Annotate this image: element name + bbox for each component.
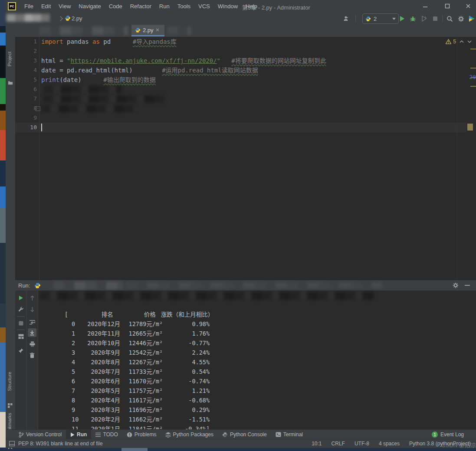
stop-button[interactable] xyxy=(431,14,440,23)
file-encoding[interactable]: UTF-8 xyxy=(355,441,369,447)
soft-wrap-icon[interactable] xyxy=(28,318,36,327)
toolwindow-label: Run xyxy=(77,431,87,438)
run-console[interactable]: [排名价格涨跌（和上月相比） 02020年12月12789元/m²0.98% 1… xyxy=(38,291,476,429)
menu-item[interactable]: Tools xyxy=(174,3,194,10)
fold-marker-icon[interactable]: − xyxy=(36,106,40,111)
minimize-button[interactable] xyxy=(418,0,433,12)
row-index: 10 xyxy=(72,415,83,424)
event-log-area[interactable]: 1 Event Log xyxy=(432,431,464,438)
user-account-icon[interactable] xyxy=(342,14,351,23)
toolbar-separator xyxy=(17,316,25,317)
code-line-3: html = "https://mobile.anjuke.com/xf/fj-… xyxy=(41,56,326,65)
settings-gear-icon[interactable] xyxy=(456,14,465,23)
run-tool-window-header: Run: xyxy=(15,280,476,291)
caret-position[interactable]: 10:1 xyxy=(312,441,322,447)
toolwindow-run[interactable]: Run xyxy=(66,430,91,439)
structure-icon xyxy=(8,403,13,408)
breadcrumb-file[interactable]: 2.py xyxy=(72,15,82,22)
clear-console-trash-icon[interactable] xyxy=(28,351,36,359)
menu-item[interactable]: Refactor xyxy=(126,3,155,10)
sidebar-item-structure[interactable]: Structure xyxy=(7,372,12,391)
run-panel-toolbar xyxy=(15,291,38,429)
toolbar-separator xyxy=(442,15,443,23)
pycharm-logo-icon: PC xyxy=(8,2,16,10)
tab-close-icon[interactable] xyxy=(156,28,159,32)
menu-item[interactable]: Code xyxy=(105,3,126,10)
whats-new-triangle-icon[interactable] xyxy=(467,14,476,23)
next-occurrence-icon[interactable] xyxy=(28,305,36,314)
left-tool-stripe: Project Structure Bookmarks xyxy=(6,25,16,429)
packages-layers-icon xyxy=(165,432,171,438)
sidebar-item-project[interactable]: Project xyxy=(7,52,12,66)
debug-button[interactable] xyxy=(408,14,417,23)
run-icon xyxy=(70,432,75,437)
toolbar-divider xyxy=(26,291,27,429)
code-line-5: print(date) #输出爬取到的数据 xyxy=(41,75,156,85)
menu-item[interactable]: Edit xyxy=(37,3,55,10)
print-icon[interactable] xyxy=(28,340,36,348)
run-panel-settings-icon[interactable] xyxy=(453,282,459,288)
status-message[interactable]: PEP 8: W391 blank line at end of file xyxy=(18,441,103,447)
git-branch-icon xyxy=(19,432,24,438)
current-line-highlight xyxy=(15,123,466,132)
row-month: 2020年4月 xyxy=(83,395,120,405)
toolwindow-todo[interactable]: TODO xyxy=(91,430,122,439)
toolwindow-toggle-icon[interactable] xyxy=(9,441,15,446)
code-line-4: date = pd.read_html(html) #运用pd.read_htm… xyxy=(41,65,258,75)
run-with-coverage-button[interactable] xyxy=(420,14,428,23)
menu-item[interactable]: File xyxy=(20,3,37,10)
menu-item[interactable]: Navigate xyxy=(75,3,105,10)
toolwindow-python-packages[interactable]: Python Packages xyxy=(161,430,218,439)
maximize-button[interactable] xyxy=(440,0,455,12)
indent-style[interactable]: 4 spaces xyxy=(379,441,400,447)
text-caret xyxy=(41,124,42,131)
menu-item[interactable]: Window xyxy=(214,3,242,10)
pin-tab-icon[interactable] xyxy=(16,346,25,355)
line-number: 10 xyxy=(17,123,37,132)
redacted-run-tab-title xyxy=(53,281,123,290)
row-month: 2020年12月 xyxy=(83,319,120,329)
warning-stripe-mark[interactable] xyxy=(470,86,476,87)
warning-stripe-mark[interactable] xyxy=(470,49,476,49)
menu-item[interactable]: Run xyxy=(155,3,174,10)
code-editor[interactable]: 12345678910 − import pandas as pd #导入pan… xyxy=(15,37,476,280)
python-run-tab-icon xyxy=(34,282,41,289)
desktop-taskbar-strip xyxy=(0,448,476,451)
row-change: -0.74% xyxy=(163,376,210,386)
warning-stripe-mark[interactable] xyxy=(470,68,476,69)
toolwindow-version-control[interactable]: Version Control xyxy=(14,430,66,439)
redacted-run-header xyxy=(126,282,382,288)
row-change: 0.29% xyxy=(163,405,210,415)
line-number: 6 xyxy=(17,85,37,94)
console-output: [排名价格涨跌（和上月相比） 02020年12月12789元/m²0.98% 1… xyxy=(43,300,213,424)
warning-count: 5 xyxy=(453,39,456,45)
line-separator[interactable]: CRLF xyxy=(332,441,345,447)
scroll-to-end-icon[interactable] xyxy=(28,328,36,337)
inspection-widget[interactable]: 5 xyxy=(446,39,472,45)
menu-item[interactable]: VCS xyxy=(194,3,214,10)
scrollbar-caret-marker[interactable] xyxy=(467,124,473,131)
hide-panel-icon[interactable] xyxy=(465,284,470,286)
restore-layout-icon[interactable] xyxy=(16,332,25,341)
prev-warning-chevron-icon[interactable] xyxy=(460,40,464,43)
toolwindow-problems[interactable]: Problems xyxy=(122,430,161,439)
breadcrumb-chevron-icon xyxy=(58,16,62,21)
menu-item[interactable]: View xyxy=(55,3,75,10)
tab-2py[interactable]: 2.py xyxy=(131,25,164,36)
next-warning-chevron-icon[interactable] xyxy=(467,40,472,43)
close-button[interactable] xyxy=(461,0,476,12)
run-button[interactable] xyxy=(397,14,406,23)
toolwindow-terminal[interactable]: Terminal xyxy=(271,430,307,439)
stop-process-button[interactable] xyxy=(16,319,25,327)
rerun-button[interactable] xyxy=(16,294,25,302)
row-index: 1 xyxy=(72,329,83,338)
row-price: 11696元/m² xyxy=(120,405,163,415)
row-change: 0.54% xyxy=(163,367,210,376)
row-index: 3 xyxy=(72,348,83,357)
toolwindow-label: Python Console xyxy=(230,431,267,438)
run-settings-wrench-icon[interactable] xyxy=(16,305,25,314)
toolwindow-python-console[interactable]: Python Console xyxy=(218,430,271,439)
search-everywhere-icon[interactable] xyxy=(445,14,454,23)
run-configuration-select[interactable]: 2 xyxy=(362,13,399,24)
prev-occurrence-icon[interactable] xyxy=(28,294,36,302)
